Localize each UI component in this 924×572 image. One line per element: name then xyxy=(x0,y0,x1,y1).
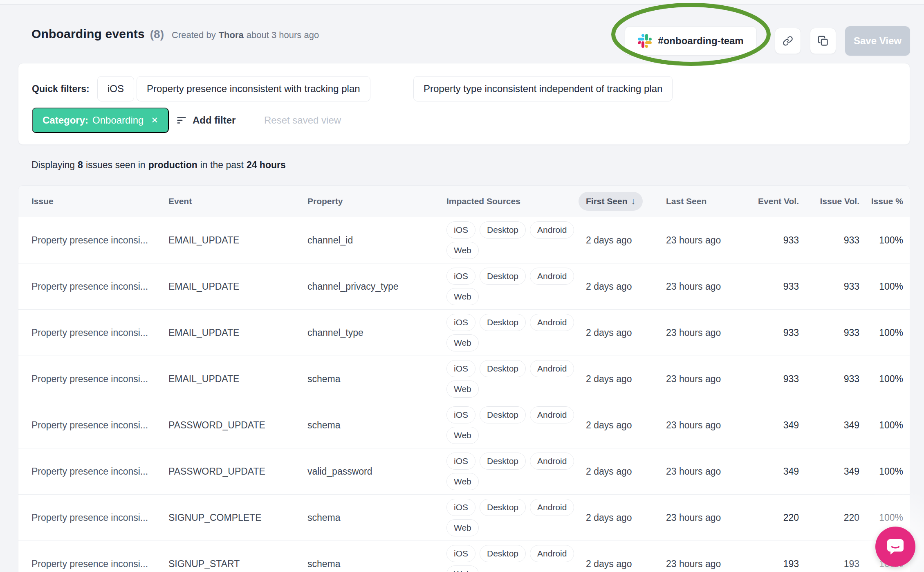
quick-filter-property-presence[interactable]: Property presence inconsistent with trac… xyxy=(137,76,370,101)
event-vol-cell: 933 xyxy=(748,310,799,356)
event-vol-cell: 933 xyxy=(748,263,799,309)
impacted-sources: iOSDesktopAndroidWeb xyxy=(446,217,579,263)
first-seen-cell: 2 days ago xyxy=(579,217,666,263)
issue-pct-value: 100% xyxy=(879,420,903,431)
issue-vol-value: 933 xyxy=(844,235,859,246)
first-seen-value: 2 days ago xyxy=(586,281,632,292)
event-vol-cell: 349 xyxy=(748,402,799,448)
event-vol-value: 933 xyxy=(783,281,799,292)
page-header: Onboarding events (8) Created by Thora a… xyxy=(31,27,319,41)
issue-vol-value: 349 xyxy=(844,466,859,477)
source-pill: Web xyxy=(446,519,479,536)
issue-pct-cell: 100% xyxy=(859,402,910,448)
source-pill: iOS xyxy=(446,545,475,562)
impacted-sources: iOSDesktopAndroidWeb xyxy=(446,495,579,540)
active-filter-value: Onboarding xyxy=(92,115,144,126)
source-pill: iOS xyxy=(446,453,475,470)
copy-link-button[interactable] xyxy=(775,28,801,54)
col-header-issue-pct[interactable]: Issue % xyxy=(859,186,910,217)
top-divider xyxy=(0,0,924,5)
event-name: EMAIL_UPDATE xyxy=(168,327,239,338)
filter-lines-icon xyxy=(176,115,187,126)
issue-pct-value: 100% xyxy=(879,327,903,338)
table-row[interactable]: Property presence inconsi... EMAIL_UPDAT… xyxy=(18,217,910,263)
event-name: SIGNUP_COMPLETE xyxy=(168,512,262,523)
impacted-sources: iOSDesktopAndroidWeb xyxy=(446,448,579,494)
table-row[interactable]: Property presence inconsi... PASSWORD_UP… xyxy=(18,402,910,448)
property-cell: channel_privacy_type xyxy=(307,263,446,309)
source-pill: Android xyxy=(530,221,574,239)
issue-text: Property presence inconsi... xyxy=(31,281,148,292)
col-header-property[interactable]: Property xyxy=(307,186,446,217)
issue-vol-value: 933 xyxy=(844,374,859,385)
last-seen-value: 23 hours ago xyxy=(666,420,721,431)
event-cell: EMAIL_UPDATE xyxy=(168,217,307,263)
col-header-first-seen[interactable]: First Seen ↓ xyxy=(579,186,666,217)
first-seen-value: 2 days ago xyxy=(586,466,632,477)
event-vol-cell: 933 xyxy=(748,356,799,402)
source-pill: Android xyxy=(530,499,574,516)
event-vol-value: 220 xyxy=(783,512,799,523)
event-cell: EMAIL_UPDATE xyxy=(168,310,307,356)
issue-vol-cell: 220 xyxy=(799,495,859,540)
active-filter-name: Category: xyxy=(43,115,88,126)
property-name: channel_type xyxy=(307,327,363,338)
table-row[interactable]: Property presence inconsi... EMAIL_UPDAT… xyxy=(18,310,910,356)
first-seen-cell: 2 days ago xyxy=(579,310,666,356)
col-header-issue[interactable]: Issue xyxy=(18,186,168,217)
col-header-event[interactable]: Event xyxy=(168,186,307,217)
duplicate-view-button[interactable] xyxy=(810,28,836,54)
table-row[interactable]: Property presence inconsi... EMAIL_UPDAT… xyxy=(18,356,910,402)
issue-text: Property presence inconsi... xyxy=(31,235,148,246)
issue-pct-cell: 100% xyxy=(859,310,910,356)
slack-channel-button[interactable]: #onboarding-team xyxy=(625,26,757,56)
chat-launcher-button[interactable] xyxy=(875,527,915,567)
first-seen-cell: 2 days ago xyxy=(579,495,666,540)
add-filter-button[interactable]: Add filter xyxy=(176,108,235,133)
quick-filter-ios[interactable]: iOS xyxy=(97,76,134,101)
col-header-last-seen[interactable]: Last Seen xyxy=(666,186,748,217)
quick-filter-property-type[interactable]: Property type inconsistent independent o… xyxy=(413,76,673,101)
active-filter-category-chip[interactable]: Category: Onboarding ✕ xyxy=(32,108,169,133)
reset-saved-view-button[interactable]: Reset saved view xyxy=(264,108,341,133)
summary-mid1: issues seen in xyxy=(86,160,146,171)
event-name: EMAIL_UPDATE xyxy=(168,281,239,292)
property-cell: schema xyxy=(307,495,446,540)
author-name: Thora xyxy=(219,30,244,41)
source-pill: Desktop xyxy=(480,360,526,377)
source-pill: iOS xyxy=(446,314,475,331)
link-icon xyxy=(782,35,794,47)
table-row[interactable]: Property presence inconsi... PASSWORD_UP… xyxy=(18,448,910,495)
sort-pill[interactable]: First Seen ↓ xyxy=(579,192,643,211)
last-seen-cell: 23 hours ago xyxy=(666,402,748,448)
issue-pct-cell: 100% xyxy=(859,356,910,402)
issue-vol-value: 349 xyxy=(844,420,859,431)
chat-bubble-icon xyxy=(886,537,905,556)
issue-text: Property presence inconsi... xyxy=(31,466,148,477)
table-header-row: Issue Event Property Impacted Sources Fi… xyxy=(18,186,910,217)
source-pill: Android xyxy=(530,314,574,331)
col-header-issue-vol[interactable]: Issue Vol. xyxy=(799,186,859,217)
summary-mid2: in the past xyxy=(200,160,244,171)
issue-cell: Property presence inconsi... xyxy=(18,448,168,494)
table-row[interactable]: Property presence inconsi... SIGNUP_COMP… xyxy=(18,495,910,541)
save-view-button[interactable]: Save View xyxy=(845,26,910,56)
issue-vol-value: 933 xyxy=(844,327,859,338)
first-seen-cell: 2 days ago xyxy=(579,402,666,448)
property-name: valid_password xyxy=(307,466,372,477)
property-cell: schema xyxy=(307,541,446,572)
source-pill: Desktop xyxy=(480,406,526,423)
remove-filter-icon[interactable]: ✕ xyxy=(151,115,158,125)
issue-pct-cell: 100% xyxy=(859,217,910,263)
table-row[interactable]: Property presence inconsi... EMAIL_UPDAT… xyxy=(18,263,910,310)
meta-prefix: Created by xyxy=(172,30,216,41)
table-row[interactable]: Property presence inconsi... SIGNUP_STAR… xyxy=(18,541,910,572)
issue-cell: Property presence inconsi... xyxy=(18,356,168,402)
issue-pct-value: 100% xyxy=(879,235,903,246)
source-pill: Web xyxy=(446,242,479,259)
col-header-event-vol[interactable]: Event Vol. xyxy=(748,186,799,217)
first-seen-cell: 2 days ago xyxy=(579,356,666,402)
col-header-impacted-sources[interactable]: Impacted Sources xyxy=(446,186,579,217)
issue-vol-cell: 349 xyxy=(799,402,859,448)
last-seen-cell: 23 hours ago xyxy=(666,263,748,309)
